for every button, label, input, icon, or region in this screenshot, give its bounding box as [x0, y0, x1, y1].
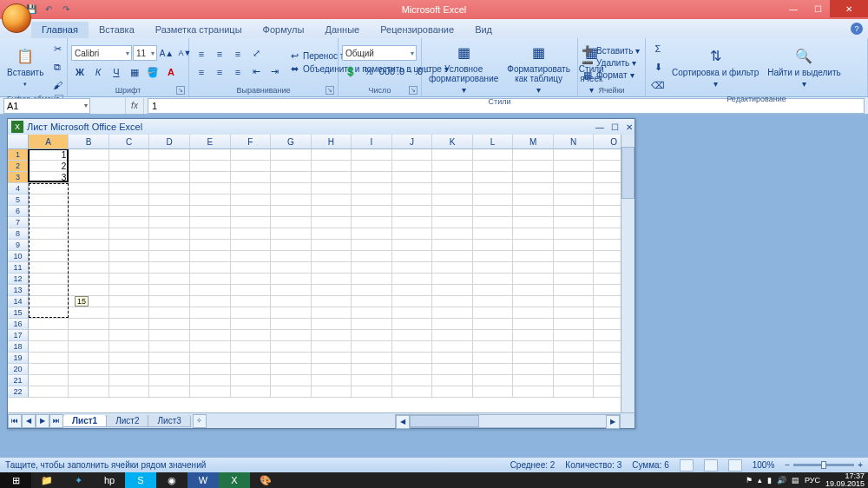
cell[interactable]	[149, 206, 190, 217]
view-normal-icon[interactable]	[680, 459, 694, 472]
cell[interactable]	[29, 251, 69, 262]
cell[interactable]	[554, 195, 595, 206]
cell[interactable]	[29, 240, 69, 251]
cell[interactable]	[554, 172, 595, 183]
doc-restore-icon[interactable]: ☐	[611, 122, 619, 132]
cell[interactable]	[392, 251, 433, 262]
cell[interactable]	[231, 330, 272, 341]
cell[interactable]	[312, 183, 352, 195]
cell[interactable]	[352, 285, 392, 296]
row-header[interactable]: 8	[8, 228, 29, 240]
cell[interactable]	[190, 341, 231, 353]
column-header[interactable]: B	[69, 135, 109, 148]
cell[interactable]	[231, 183, 272, 195]
cell[interactable]	[271, 375, 312, 386]
cell[interactable]	[513, 217, 554, 228]
cell[interactable]: 1	[29, 149, 69, 161]
cell[interactable]	[69, 285, 109, 296]
cell[interactable]	[392, 386, 433, 398]
cell[interactable]	[352, 319, 392, 330]
cell[interactable]	[513, 285, 554, 296]
cell[interactable]	[473, 228, 514, 240]
cell[interactable]	[149, 262, 190, 274]
cell[interactable]	[29, 183, 69, 195]
cell[interactable]	[29, 262, 69, 274]
sheet-nav-prev-icon[interactable]: ◀	[22, 414, 36, 428]
cell[interactable]	[149, 285, 190, 296]
cell[interactable]	[392, 285, 433, 296]
zoom-out-icon[interactable]: −	[785, 460, 790, 470]
cell[interactable]	[513, 353, 554, 364]
cell[interactable]	[392, 307, 433, 319]
cell[interactable]	[554, 262, 595, 274]
cell[interactable]	[149, 228, 190, 240]
font-dialog-icon[interactable]: ↘	[176, 86, 185, 95]
cell[interactable]	[513, 183, 554, 195]
tab-data[interactable]: Данные	[314, 22, 370, 38]
cell[interactable]	[312, 375, 352, 386]
cell[interactable]	[109, 161, 150, 172]
cell[interactable]	[554, 386, 595, 398]
cell[interactable]	[554, 251, 595, 262]
cell[interactable]	[312, 353, 352, 364]
cell[interactable]	[231, 149, 272, 161]
zoom-level[interactable]: 100%	[753, 460, 775, 470]
cell[interactable]	[149, 251, 190, 262]
cell[interactable]	[392, 296, 433, 307]
cell[interactable]	[554, 161, 595, 172]
cell[interactable]	[190, 296, 231, 307]
cell[interactable]	[432, 262, 473, 274]
taskbar-word-icon[interactable]: W	[187, 472, 219, 488]
taskbar-paint-icon[interactable]: 🎨	[250, 472, 281, 488]
bold-icon[interactable]: Ж	[71, 63, 89, 81]
font-size-combo[interactable]: 11	[133, 45, 157, 61]
cell[interactable]	[149, 183, 190, 195]
cell[interactable]	[109, 206, 150, 217]
cell[interactable]	[432, 364, 473, 375]
cell[interactable]	[513, 172, 554, 183]
cell[interactable]	[352, 341, 392, 353]
cell[interactable]	[392, 195, 433, 206]
row-header[interactable]: 13	[8, 285, 29, 296]
cell[interactable]	[69, 251, 109, 262]
cell[interactable]	[271, 149, 312, 161]
row-header[interactable]: 17	[8, 330, 29, 341]
vertical-scrollbar[interactable]	[621, 135, 635, 412]
select-all-corner[interactable]	[8, 135, 29, 148]
cell[interactable]	[190, 285, 231, 296]
cell[interactable]	[513, 251, 554, 262]
doc-titlebar[interactable]: X Лист Microsoft Office Excel — ☐ ✕	[8, 119, 635, 135]
cell[interactable]	[271, 172, 312, 183]
cell[interactable]	[190, 206, 231, 217]
cell[interactable]	[432, 285, 473, 296]
column-header[interactable]: G	[271, 135, 312, 148]
column-header[interactable]: E	[190, 135, 231, 148]
cell[interactable]	[149, 386, 190, 398]
cell[interactable]	[109, 274, 150, 285]
cell[interactable]	[29, 364, 69, 375]
cell[interactable]	[513, 161, 554, 172]
autosum-icon[interactable]: Σ	[649, 40, 667, 57]
cell[interactable]	[271, 183, 312, 195]
align-center-icon[interactable]: ≡	[211, 63, 228, 81]
cell[interactable]	[29, 330, 69, 341]
cut-icon[interactable]: ✂	[49, 40, 66, 57]
tab-home[interactable]: Главная	[31, 22, 89, 38]
cell[interactable]	[513, 330, 554, 341]
row-header[interactable]: 20	[8, 364, 29, 375]
cell[interactable]	[513, 375, 554, 386]
tray-network-icon[interactable]: ▮	[767, 476, 772, 485]
cell[interactable]	[190, 386, 231, 398]
cell[interactable]	[231, 206, 272, 217]
cell[interactable]	[432, 330, 473, 341]
cell[interactable]	[352, 353, 392, 364]
cell[interactable]	[554, 217, 595, 228]
cell[interactable]	[513, 240, 554, 251]
cell[interactable]	[190, 375, 231, 386]
cell[interactable]	[29, 353, 69, 364]
hscroll-right-icon[interactable]: ▶	[606, 415, 620, 429]
cell[interactable]	[271, 251, 312, 262]
cell[interactable]	[392, 206, 433, 217]
cell[interactable]	[29, 274, 69, 285]
row-header[interactable]: 5	[8, 195, 29, 206]
